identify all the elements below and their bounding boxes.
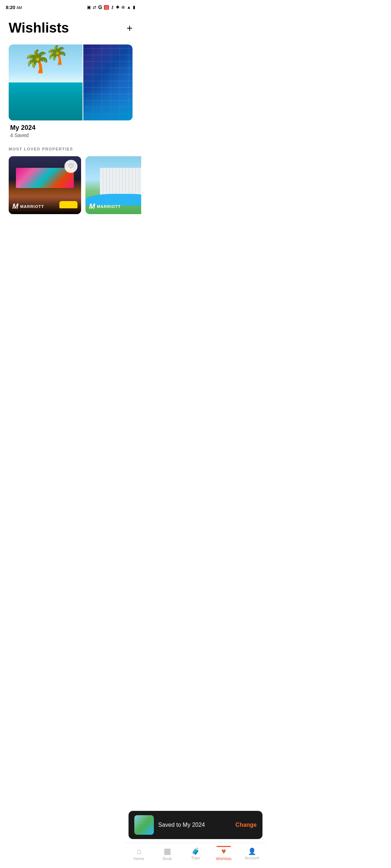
properties-row: M MARRIOTT ♡ M MARRIOTT ☞ <box>0 156 141 217</box>
most-loved-section-header: MOST LOVED PROPERTIES <box>9 147 133 151</box>
wishlist-card[interactable]: My 2024 4 Saved <box>9 44 133 140</box>
wishlist-name: My 2024 <box>10 124 131 132</box>
wishlist-image-right <box>83 44 133 120</box>
property-image-orlando: M MARRIOTT ☞ <box>85 156 141 214</box>
status-time: 8:20 AM <box>6 5 22 10</box>
battery-icon: ▮ <box>133 5 135 10</box>
marriott-brand-label-orlando: MARRIOTT <box>97 204 121 209</box>
main-content: Wishlists + My 2024 4 Saved MOST LOVED P… <box>0 13 141 217</box>
camera-icon: ▣ <box>87 5 91 10</box>
property-image-nyc: M MARRIOTT ♡ <box>9 156 81 214</box>
marriott-m-icon: M <box>12 202 19 210</box>
orlando-hotel <box>100 168 141 197</box>
wifi-icon: ▲ <box>127 5 131 10</box>
wishlist-image-left <box>9 44 83 120</box>
wishlist-saved-count: 4 Saved <box>10 132 131 138</box>
marriott-brand-label-nyc: MARRIOTT <box>20 204 44 209</box>
sim-icon: ⇄ <box>93 5 96 10</box>
bluetooth-icon: ✱ <box>116 5 119 10</box>
add-wishlist-button[interactable]: + <box>127 23 133 33</box>
nyc-billboard <box>16 168 74 188</box>
hotel-facade <box>83 44 133 120</box>
marriott-m-icon-orlando: M <box>89 202 96 210</box>
wishlist-images <box>9 44 133 120</box>
property-card-nyc[interactable]: M MARRIOTT ♡ <box>9 156 81 214</box>
nyc-taxi <box>59 201 77 208</box>
key-icon: ⚷ <box>111 5 114 10</box>
page-title: Wishlists <box>9 20 69 36</box>
g-icon: G <box>98 4 102 10</box>
heart-button-nyc[interactable]: ♡ <box>64 160 77 173</box>
page-header: Wishlists + <box>9 20 133 36</box>
marriott-logo-nyc: M MARRIOTT <box>12 202 44 210</box>
marriott-logo-orlando: M MARRIOTT <box>89 202 121 210</box>
heart-icon: ♡ <box>68 162 74 170</box>
status-icons: ▣ ⇄ G ⊡ ⚷ ✱ ⊕ ▲ ▮ <box>87 4 135 10</box>
pool-scene <box>9 44 83 120</box>
wishlist-info: My 2024 4 Saved <box>9 120 133 140</box>
record-icon: ⊡ <box>104 5 109 10</box>
property-card-orlando[interactable]: M MARRIOTT ☞ <box>85 156 141 214</box>
status-bar: 8:20 AM ▣ ⇄ G ⊡ ⚷ ✱ ⊕ ▲ ▮ <box>0 0 141 13</box>
location-icon: ⊕ <box>121 5 125 10</box>
